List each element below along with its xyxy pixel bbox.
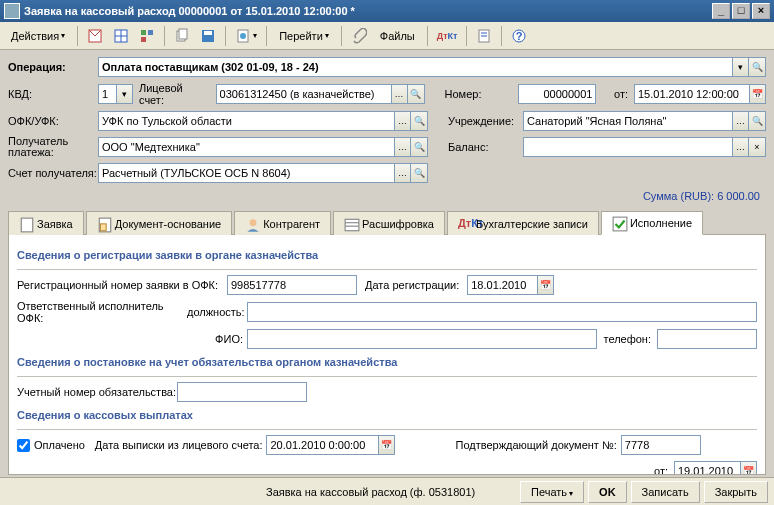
operation-dropdown-icon[interactable]: ▾ <box>732 57 749 77</box>
close-window-button[interactable]: × <box>752 3 770 19</box>
tb-post-icon[interactable] <box>83 25 107 47</box>
svg-rect-18 <box>21 218 32 232</box>
operation-search-icon[interactable]: 🔍 <box>749 57 766 77</box>
ok-button[interactable]: OK <box>588 481 627 503</box>
tab-buhzapisi[interactable]: ДтКтБухгалтерские записи <box>447 211 599 235</box>
ot-field[interactable] <box>634 84 749 104</box>
ofk-more-icon[interactable]: … <box>394 111 411 131</box>
vypisk-calendar-icon[interactable]: 📅 <box>378 435 395 455</box>
tab-dokument[interactable]: Документ-основание <box>86 211 232 235</box>
tb-report-icon[interactable] <box>231 25 261 47</box>
ot-calendar-icon[interactable]: 📅 <box>749 84 766 104</box>
operation-field[interactable] <box>98 57 732 77</box>
regdate-calendar-icon[interactable]: 📅 <box>537 275 554 295</box>
regnum-field[interactable] <box>227 275 357 295</box>
lschet-more-icon[interactable]: … <box>391 84 408 104</box>
svg-rect-22 <box>345 219 359 230</box>
schet-label: Счет получателя: <box>8 168 98 179</box>
tb-structure-icon[interactable] <box>135 25 159 47</box>
fio-field[interactable] <box>247 329 597 349</box>
close-button[interactable]: Закрыть <box>704 481 768 503</box>
main-toolbar: Действия Перейти Файлы ДтКт ? <box>0 22 774 50</box>
tel-label: телефон: <box>603 333 651 345</box>
vypisk-field[interactable] <box>266 435 378 455</box>
tb-grid-icon[interactable] <box>109 25 133 47</box>
kvd-dropdown-icon[interactable]: ▾ <box>116 84 133 104</box>
svg-rect-20 <box>100 223 106 230</box>
regdate-field[interactable] <box>467 275 537 295</box>
svg-rect-8 <box>179 29 187 39</box>
balance-field[interactable] <box>523 137 732 157</box>
tab-ispolnenie[interactable]: Исполнение <box>601 211 703 235</box>
recip-more-icon[interactable]: … <box>394 137 411 157</box>
oplacheno-checkbox[interactable] <box>17 439 30 452</box>
dolzh-field[interactable] <box>247 302 757 322</box>
tb-report2-icon[interactable] <box>472 25 496 47</box>
uchr-search-icon[interactable]: 🔍 <box>749 111 766 131</box>
tab-zayavka[interactable]: Заявка <box>8 211 84 235</box>
minimize-button[interactable]: _ <box>712 3 730 19</box>
lschet-label: Лицевой счет: <box>139 82 210 106</box>
files-button[interactable]: Файлы <box>373 25 422 47</box>
regnum-label: Регистрационный номер заявки в ОФК: <box>17 279 227 291</box>
ofk-label: ОФК/УФК: <box>8 115 98 127</box>
nomer-label: Номер: <box>445 88 519 100</box>
ofk-search-icon[interactable]: 🔍 <box>411 111 428 131</box>
balance-more-icon[interactable]: … <box>732 137 749 157</box>
window-title: Заявка на кассовый расход 00000001 от 15… <box>24 5 710 17</box>
pdoc-field[interactable] <box>621 435 701 455</box>
section-payments: Сведения о кассовых выплатах <box>17 409 757 423</box>
kvd-label: КВД: <box>8 88 98 100</box>
maximize-button[interactable]: □ <box>732 3 750 19</box>
tel-field[interactable] <box>657 329 757 349</box>
tb-dtkt-icon[interactable]: ДтКт <box>433 25 462 47</box>
schet-field[interactable] <box>98 163 394 183</box>
tb-save-icon[interactable] <box>196 25 220 47</box>
status-text: Заявка на кассовый расход (ф. 0531801) <box>6 486 475 498</box>
goto-menu[interactable]: Перейти <box>272 25 336 47</box>
uchr-more-icon[interactable]: … <box>732 111 749 131</box>
balance-label: Баланс: <box>448 141 523 153</box>
tab-content-ispolnenie: Сведения о регистрации заявки в органе к… <box>8 235 766 475</box>
svg-rect-5 <box>148 30 153 35</box>
recip-search-icon[interactable]: 🔍 <box>411 137 428 157</box>
pdate-field[interactable] <box>674 461 740 475</box>
tab-rasshifrovka[interactable]: Расшифровка <box>333 211 445 235</box>
bottom-bar: Заявка на кассовый расход (ф. 0531801) П… <box>0 477 774 505</box>
resp-label: Ответственный исполнитель ОФК: <box>17 300 187 324</box>
recip-label: Получатель платежа: <box>8 136 98 158</box>
uchr-field[interactable] <box>523 111 732 131</box>
tb-help-icon[interactable]: ? <box>507 25 531 47</box>
svg-rect-10 <box>204 31 212 35</box>
tb-copy-icon[interactable] <box>170 25 194 47</box>
section-registration: Сведения о регистрации заявки в органе к… <box>17 249 757 263</box>
dolzh-label: должность: <box>187 306 247 318</box>
nomer-field[interactable] <box>518 84 596 104</box>
kvd-field[interactable] <box>98 84 116 104</box>
schet-search-icon[interactable]: 🔍 <box>411 163 428 183</box>
fio-label: ФИО: <box>187 333 247 345</box>
tab-kontragent[interactable]: Контрагент <box>234 211 331 235</box>
svg-text:?: ? <box>516 30 523 42</box>
balance-clear-icon[interactable]: × <box>749 137 766 157</box>
pdoc-label: Подтверждающий документ №: <box>455 439 616 451</box>
print-button[interactable]: Печать <box>520 481 584 503</box>
recip-field[interactable] <box>98 137 394 157</box>
uchn-field[interactable] <box>177 382 307 402</box>
save-button[interactable]: Записать <box>631 481 700 503</box>
lschet-search-icon[interactable]: 🔍 <box>408 84 425 104</box>
actions-menu[interactable]: Действия <box>4 25 72 47</box>
uchn-label: Учетный номер обязательства: <box>17 386 177 398</box>
app-icon <box>4 3 20 19</box>
ofk-field[interactable] <box>98 111 394 131</box>
lschet-field[interactable] <box>216 84 391 104</box>
svg-rect-4 <box>141 30 146 35</box>
schet-more-icon[interactable]: … <box>394 163 411 183</box>
operation-label: Операция: <box>8 61 98 73</box>
tb-attach-icon[interactable] <box>347 25 371 47</box>
regdate-label: Дата регистрации: <box>365 279 459 291</box>
uchr-label: Учреждение: <box>448 115 523 127</box>
svg-rect-6 <box>141 37 146 42</box>
pdate-calendar-icon[interactable]: 📅 <box>740 461 757 475</box>
svg-point-21 <box>250 219 257 226</box>
